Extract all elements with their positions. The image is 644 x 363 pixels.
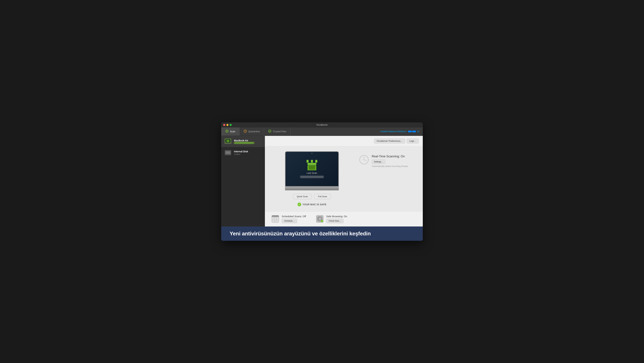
bottom-banner: Yeni antivirüsünüzün arayüzünü ve özelli… — [221, 226, 423, 241]
full-scan-button[interactable]: Full Scan — [314, 194, 331, 199]
title-bar: VirusBarrier — [221, 122, 423, 127]
laptop-screen: Last Scan — [285, 151, 339, 187]
macbook-icon — [224, 139, 232, 144]
svg-point-12 — [364, 159, 364, 160]
castle-icon — [306, 160, 317, 170]
scan-tab-icon — [225, 129, 228, 134]
quarantine-tab-icon: ! — [244, 129, 247, 134]
realtime-desc: Automatically detect incoming threats. — [372, 165, 416, 167]
minimize-button[interactable] — [226, 124, 228, 126]
malware-def-label: Installed Malware Definitions: — [380, 130, 407, 133]
scheduled-scans-section: Scheduled Scans: Off Schedule… — [272, 215, 306, 223]
svg-point-1 — [226, 131, 228, 132]
tab-bar: Scan ! Quarantine Trusted Files Installe… — [221, 127, 423, 136]
disk-sub: Untitled — [234, 153, 262, 155]
realtime-section: Real-Time Scanning: On Settings… Automat… — [359, 155, 416, 167]
safe-browsing-section: ✓ Safe Browsing: On Check Now… — [316, 215, 347, 223]
disk-name: Internal Disk — [234, 150, 262, 153]
macbook-name: MacBook Air — [234, 139, 262, 142]
laptop-base — [285, 189, 339, 190]
content-toolbar: VirusBarrier Preferences… Logs… — [265, 136, 423, 146]
scheduled-text: Scheduled Scans: Off Schedule… — [282, 215, 306, 223]
macbook-text: MacBook Air — [234, 139, 262, 144]
realtime-settings-button[interactable]: Settings… — [372, 160, 385, 164]
window-title: VirusBarrier — [316, 124, 328, 126]
svg-point-5 — [268, 130, 271, 133]
tab-scan[interactable]: Scan — [221, 127, 240, 136]
traffic-lights — [223, 124, 232, 126]
disk-text: Internal Disk Untitled — [234, 150, 262, 155]
disk-icon — [224, 150, 232, 156]
laptop-camera — [312, 153, 312, 154]
tab-quarantine[interactable]: ! Quarantine — [240, 127, 264, 136]
banner-text: Yeni antivirüsünüzün arayüzünü ve özelli… — [230, 230, 414, 237]
tab-scan-label: Scan — [230, 130, 235, 133]
safe-browsing-text: Safe Browsing: On Check Now… — [326, 215, 347, 223]
last-scan-label: Last Scan — [307, 172, 317, 174]
safe-badge: ✓ YOUR MAC IS SAFE — [298, 203, 326, 206]
macbook-sub — [234, 142, 254, 144]
svg-rect-7 — [227, 140, 229, 141]
bottom-strip: Scheduled Scans: Off Schedule… — [265, 211, 423, 226]
svg-text:!: ! — [245, 130, 246, 133]
content-area: VirusBarrier Preferences… Logs… — [265, 136, 423, 226]
close-button[interactable] — [223, 124, 225, 126]
malware-bars — [408, 131, 416, 132]
logs-button[interactable]: Logs… — [407, 139, 419, 143]
safe-text: YOUR MAC IS SAFE — [302, 203, 326, 206]
calendar-icon — [272, 215, 279, 223]
safe-browsing-check-icon: ✓ — [321, 220, 323, 222]
scan-laptop-display: Last Scan — [285, 151, 339, 190]
svg-rect-13 — [318, 217, 322, 220]
app-window: VirusBarrier Scan ! Quarantine — [221, 122, 423, 241]
sidebar-item-disk[interactable]: Internal Disk Untitled — [221, 147, 265, 158]
scheduled-title: Scheduled Scans: Off — [282, 215, 306, 218]
scan-buttons: Quick Scan Full Scan — [293, 194, 331, 199]
scan-date — [300, 176, 324, 178]
scan-visual-column: Last Scan Quick Scan Full Scan — [272, 151, 352, 206]
preferences-button[interactable]: VirusBarrier Preferences… — [374, 139, 405, 143]
tab-trusted-label: Trusted Files — [273, 130, 286, 133]
main-layout: MacBook Air Internal Disk Untitled — [221, 136, 423, 226]
safe-check-icon: ✓ — [298, 203, 301, 206]
realtime-text: Real-Time Scanning: On Settings… Automat… — [372, 155, 416, 167]
trusted-tab-icon — [268, 129, 272, 134]
tab-trusted-files[interactable]: Trusted Files — [264, 127, 290, 136]
tab-quarantine-label: Quarantine — [248, 130, 260, 133]
sidebar-item-macbook[interactable]: MacBook Air — [221, 136, 265, 147]
maximize-button[interactable] — [230, 124, 232, 126]
schedule-button[interactable]: Schedule… — [282, 219, 297, 223]
scan-info-column: Real-Time Scanning: On Settings… Automat… — [359, 151, 416, 206]
quick-scan-button[interactable]: Quick Scan — [293, 194, 312, 199]
malware-definitions: Installed Malware Definitions: ↻ — [377, 127, 423, 136]
scan-central: Last Scan Quick Scan Full Scan — [265, 146, 423, 211]
realtime-clock-icon — [359, 155, 369, 165]
safe-browsing-icon: ✓ — [316, 215, 324, 223]
check-now-button[interactable]: Check Now… — [326, 219, 344, 223]
refresh-icon[interactable]: ↻ — [417, 130, 420, 133]
malware-bar-2 — [412, 131, 416, 132]
sidebar: MacBook Air Internal Disk Untitled — [221, 136, 265, 226]
realtime-title: Real-Time Scanning: On — [372, 155, 416, 158]
safe-browsing-title: Safe Browsing: On — [326, 215, 347, 218]
malware-bar-1 — [408, 131, 412, 132]
